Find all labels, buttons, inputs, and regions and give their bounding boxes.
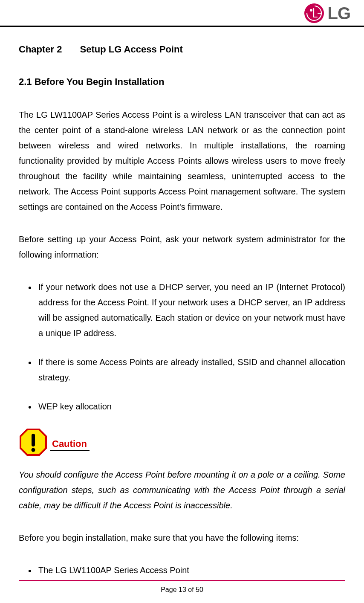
paragraph: The LG LW1100AP Series Access Point is a… — [19, 107, 345, 215]
brand-text: LG — [327, 4, 350, 23]
bullet-list: The LG LW1100AP Series Access Point — [19, 562, 345, 578]
list-item: If there is some Access Points are alrea… — [28, 354, 345, 385]
caution-label: Caution — [50, 438, 90, 451]
caution-text: You should configure the Access Point be… — [19, 467, 345, 513]
paragraph: Before you begin installation, make sure… — [19, 530, 345, 545]
page-header: LG — [0, 0, 364, 27]
bullet-list: If your network does not use a DHCP serv… — [19, 279, 345, 414]
caution-icon — [19, 428, 48, 457]
section-heading: 2.1 Before You Begin Installation — [19, 76, 345, 87]
lg-face-icon — [304, 3, 324, 23]
caution-header: Caution — [19, 428, 345, 457]
footer-rule — [19, 580, 345, 581]
page-content: Chapter 2 Setup LG Access Point 2.1 Befo… — [0, 27, 364, 578]
svg-point-5 — [32, 448, 35, 452]
svg-rect-4 — [32, 434, 35, 446]
chapter-heading: Chapter 2 Setup LG Access Point — [19, 44, 345, 55]
page-number: Page 13 of 50 — [0, 586, 364, 594]
svg-point-1 — [310, 9, 312, 12]
brand-logo: LG — [304, 3, 350, 23]
list-item: WEP key allocation — [28, 399, 345, 414]
paragraph: Before setting up your Access Point, ask… — [19, 232, 345, 262]
list-item: If your network does not use a DHCP serv… — [28, 279, 345, 341]
list-item: The LG LW1100AP Series Access Point — [28, 562, 345, 578]
chapter-label: Chapter 2 — [19, 44, 62, 55]
chapter-title: Setup LG Access Point — [80, 44, 182, 55]
